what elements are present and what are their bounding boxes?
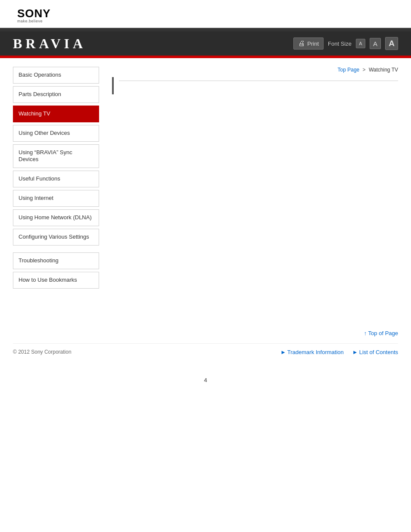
sony-logo-text: SONY (17, 8, 47, 19)
main-layout: Basic OperationsParts DescriptionWatchin… (0, 58, 411, 304)
font-size-large-button[interactable]: A (385, 37, 398, 50)
breadcrumb-current: Watching TV (369, 67, 398, 73)
sidebar: Basic OperationsParts DescriptionWatchin… (13, 67, 99, 296)
sidebar-item-how-to-use-bookmarks[interactable]: How to Use Bookmarks (13, 272, 99, 289)
sidebar-item-using-bravia-sync[interactable]: Using “BRAVIA” Sync Devices (13, 144, 99, 168)
sidebar-group-secondary: TroubleshootingHow to Use Bookmarks (13, 252, 99, 289)
sidebar-item-watching-tv[interactable]: Watching TV (13, 106, 99, 122)
breadcrumb-separator: > (363, 67, 366, 73)
sidebar-item-troubleshooting[interactable]: Troubleshooting (13, 252, 99, 269)
copyright: © 2012 Sony Corporation (13, 349, 72, 355)
content-divider-line (119, 81, 398, 81)
content-divider (112, 77, 398, 94)
title-bar: BRAVIA 🖨 Print Font Size A A A (0, 31, 411, 56)
sidebar-item-using-other-devices[interactable]: Using Other Devices (13, 125, 99, 142)
footer-links: ►Trademark Information►List of Contents (280, 349, 398, 355)
print-icon: 🖨 (298, 40, 305, 47)
breadcrumb-top-page[interactable]: Top Page (338, 67, 360, 73)
footer-link-arrow: ► (280, 349, 286, 355)
top-of-page-link[interactable]: ↑ Top of Page (364, 330, 398, 336)
sidebar-item-configuring-settings[interactable]: Configuring Various Settings (13, 229, 99, 246)
title-bar-controls: 🖨 Print Font Size A A A (293, 37, 398, 50)
content-area: Top Page > Watching TV (108, 67, 398, 296)
footer-link-arrow: ► (352, 349, 358, 355)
top-of-page-section: ↑ Top of Page (13, 330, 398, 336)
print-button[interactable]: 🖨 Print (293, 37, 324, 50)
sony-tagline: make.believe (17, 19, 47, 23)
font-size-medium-button[interactable]: A (370, 38, 381, 49)
footer: ↑ Top of Page © 2012 Sony Corporation ►T… (0, 321, 411, 373)
footer-link-list-of-contents[interactable]: ►List of Contents (352, 349, 398, 355)
sidebar-item-useful-functions[interactable]: Useful Functions (13, 171, 99, 187)
content-divider-bar (112, 77, 114, 94)
sidebar-item-parts-description[interactable]: Parts Description (13, 86, 99, 103)
footer-bottom: © 2012 Sony Corporation ►Trademark Infor… (13, 343, 398, 355)
logo-area: SONY make.believe (0, 0, 411, 28)
sidebar-item-basic-operations[interactable]: Basic Operations (13, 67, 99, 84)
sidebar-item-using-internet[interactable]: Using Internet (13, 190, 99, 207)
sidebar-group-main: Basic OperationsParts DescriptionWatchin… (13, 67, 99, 246)
top-of-page-label: Top of Page (368, 330, 398, 336)
breadcrumb: Top Page > Watching TV (112, 67, 398, 73)
print-label: Print (307, 40, 319, 47)
font-size-label: Font Size (328, 40, 352, 47)
font-size-small-button[interactable]: A (356, 39, 365, 48)
top-of-page-arrow: ↑ (364, 330, 368, 336)
footer-link-trademark[interactable]: ►Trademark Information (280, 349, 344, 355)
bravia-title: BRAVIA (13, 36, 86, 52)
page-number: 4 (0, 373, 411, 396)
sony-logo: SONY make.believe (17, 8, 47, 23)
sidebar-item-using-home-network[interactable]: Using Home Network (DLNA) (13, 209, 99, 226)
header-bar (0, 28, 411, 31)
